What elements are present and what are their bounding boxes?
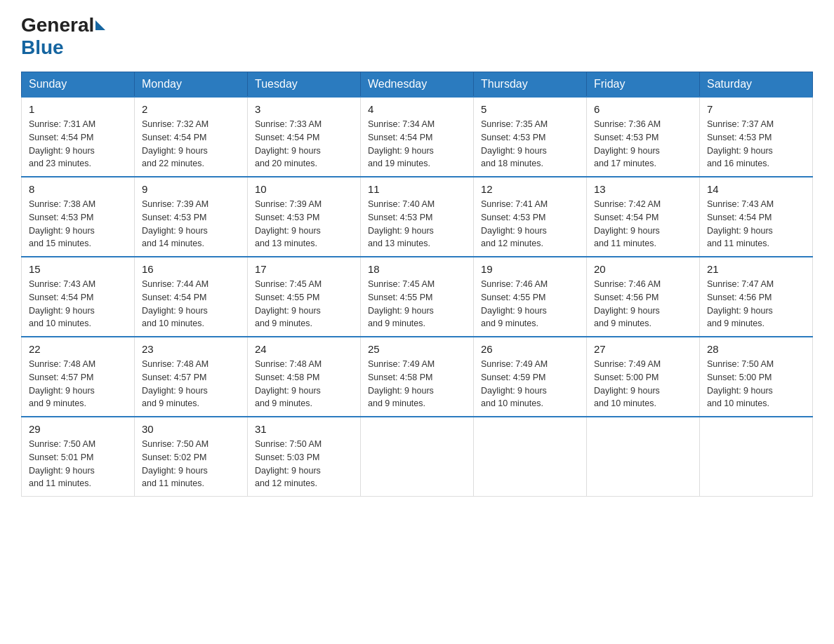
weekday-header-wednesday: Wednesday (361, 72, 474, 98)
calendar-week-row: 29Sunrise: 7:50 AMSunset: 5:01 PMDayligh… (22, 417, 813, 497)
day-sun-info: Sunrise: 7:39 AMSunset: 4:53 PMDaylight:… (142, 198, 240, 250)
day-sun-info: Sunrise: 7:46 AMSunset: 4:55 PMDaylight:… (481, 278, 579, 330)
day-sun-info: Sunrise: 7:40 AMSunset: 4:53 PMDaylight:… (368, 198, 466, 250)
day-sun-info: Sunrise: 7:45 AMSunset: 4:55 PMDaylight:… (368, 278, 466, 330)
weekday-header-monday: Monday (135, 72, 248, 98)
calendar-week-row: 1Sunrise: 7:31 AMSunset: 4:54 PMDaylight… (22, 97, 813, 177)
calendar-day-cell: 31Sunrise: 7:50 AMSunset: 5:03 PMDayligh… (248, 417, 361, 497)
day-number: 21 (707, 263, 805, 275)
calendar-header: SundayMondayTuesdayWednesdayThursdayFrid… (22, 72, 813, 98)
calendar-day-cell: 4Sunrise: 7:34 AMSunset: 4:54 PMDaylight… (361, 97, 474, 177)
day-sun-info: Sunrise: 7:39 AMSunset: 4:53 PMDaylight:… (255, 198, 353, 250)
day-sun-info: Sunrise: 7:48 AMSunset: 4:57 PMDaylight:… (142, 358, 240, 410)
calendar-day-cell: 20Sunrise: 7:46 AMSunset: 4:56 PMDayligh… (587, 257, 700, 337)
calendar-day-cell: 25Sunrise: 7:49 AMSunset: 4:58 PMDayligh… (361, 337, 474, 417)
calendar-day-cell: 8Sunrise: 7:38 AMSunset: 4:53 PMDaylight… (22, 177, 135, 257)
calendar-day-cell: 19Sunrise: 7:46 AMSunset: 4:55 PMDayligh… (474, 257, 587, 337)
day-sun-info: Sunrise: 7:34 AMSunset: 4:54 PMDaylight:… (368, 118, 466, 170)
calendar-day-cell: 2Sunrise: 7:32 AMSunset: 4:54 PMDaylight… (135, 97, 248, 177)
day-sun-info: Sunrise: 7:50 AMSunset: 5:03 PMDaylight:… (255, 438, 353, 490)
day-sun-info: Sunrise: 7:45 AMSunset: 4:55 PMDaylight:… (255, 278, 353, 330)
day-number: 7 (707, 103, 805, 115)
day-number: 2 (142, 103, 240, 115)
day-sun-info: Sunrise: 7:38 AMSunset: 4:53 PMDaylight:… (29, 198, 127, 250)
day-number: 5 (481, 103, 579, 115)
calendar-day-cell: 27Sunrise: 7:49 AMSunset: 5:00 PMDayligh… (587, 337, 700, 417)
day-sun-info: Sunrise: 7:41 AMSunset: 4:53 PMDaylight:… (481, 198, 579, 250)
day-sun-info: Sunrise: 7:32 AMSunset: 4:54 PMDaylight:… (142, 118, 240, 170)
day-number: 24 (255, 343, 353, 355)
day-number: 3 (255, 103, 353, 115)
calendar-day-cell: 13Sunrise: 7:42 AMSunset: 4:54 PMDayligh… (587, 177, 700, 257)
calendar-day-cell (587, 417, 700, 497)
calendar-day-cell: 17Sunrise: 7:45 AMSunset: 4:55 PMDayligh… (248, 257, 361, 337)
day-sun-info: Sunrise: 7:49 AMSunset: 4:59 PMDaylight:… (481, 358, 579, 410)
day-number: 11 (368, 183, 466, 195)
day-number: 28 (707, 343, 805, 355)
weekday-header-row: SundayMondayTuesdayWednesdayThursdayFrid… (22, 72, 813, 98)
calendar-day-cell: 23Sunrise: 7:48 AMSunset: 4:57 PMDayligh… (135, 337, 248, 417)
calendar-day-cell: 7Sunrise: 7:37 AMSunset: 4:53 PMDaylight… (700, 97, 813, 177)
day-sun-info: Sunrise: 7:42 AMSunset: 4:54 PMDaylight:… (594, 198, 692, 250)
day-sun-info: Sunrise: 7:43 AMSunset: 4:54 PMDaylight:… (29, 278, 127, 330)
day-number: 14 (707, 183, 805, 195)
calendar-day-cell: 6Sunrise: 7:36 AMSunset: 4:53 PMDaylight… (587, 97, 700, 177)
day-number: 22 (29, 343, 127, 355)
day-number: 12 (481, 183, 579, 195)
day-sun-info: Sunrise: 7:50 AMSunset: 5:01 PMDaylight:… (29, 438, 127, 490)
day-number: 18 (368, 263, 466, 275)
day-number: 13 (594, 183, 692, 195)
day-number: 17 (255, 263, 353, 275)
calendar-day-cell: 18Sunrise: 7:45 AMSunset: 4:55 PMDayligh… (361, 257, 474, 337)
calendar-day-cell: 26Sunrise: 7:49 AMSunset: 4:59 PMDayligh… (474, 337, 587, 417)
day-number: 1 (29, 103, 127, 115)
calendar-day-cell: 12Sunrise: 7:41 AMSunset: 4:53 PMDayligh… (474, 177, 587, 257)
calendar-day-cell (700, 417, 813, 497)
calendar-day-cell: 28Sunrise: 7:50 AMSunset: 5:00 PMDayligh… (700, 337, 813, 417)
calendar-week-row: 15Sunrise: 7:43 AMSunset: 4:54 PMDayligh… (22, 257, 813, 337)
calendar-day-cell: 30Sunrise: 7:50 AMSunset: 5:02 PMDayligh… (135, 417, 248, 497)
calendar-day-cell (474, 417, 587, 497)
calendar-day-cell: 1Sunrise: 7:31 AMSunset: 4:54 PMDaylight… (22, 97, 135, 177)
logo-arrow-icon (95, 20, 105, 30)
day-sun-info: Sunrise: 7:37 AMSunset: 4:53 PMDaylight:… (707, 118, 805, 170)
calendar-body: 1Sunrise: 7:31 AMSunset: 4:54 PMDaylight… (22, 97, 813, 497)
day-sun-info: Sunrise: 7:35 AMSunset: 4:53 PMDaylight:… (481, 118, 579, 170)
weekday-header-sunday: Sunday (22, 72, 135, 98)
day-sun-info: Sunrise: 7:49 AMSunset: 4:58 PMDaylight:… (368, 358, 466, 410)
day-sun-info: Sunrise: 7:49 AMSunset: 5:00 PMDaylight:… (594, 358, 692, 410)
day-number: 30 (142, 423, 240, 435)
day-sun-info: Sunrise: 7:36 AMSunset: 4:53 PMDaylight:… (594, 118, 692, 170)
calendar-day-cell: 21Sunrise: 7:47 AMSunset: 4:56 PMDayligh… (700, 257, 813, 337)
calendar-day-cell: 24Sunrise: 7:48 AMSunset: 4:58 PMDayligh… (248, 337, 361, 417)
calendar-day-cell: 29Sunrise: 7:50 AMSunset: 5:01 PMDayligh… (22, 417, 135, 497)
day-sun-info: Sunrise: 7:50 AMSunset: 5:02 PMDaylight:… (142, 438, 240, 490)
day-number: 26 (481, 343, 579, 355)
day-number: 19 (481, 263, 579, 275)
weekday-header-friday: Friday (587, 72, 700, 98)
day-number: 10 (255, 183, 353, 195)
day-sun-info: Sunrise: 7:44 AMSunset: 4:54 PMDaylight:… (142, 278, 240, 330)
day-sun-info: Sunrise: 7:43 AMSunset: 4:54 PMDaylight:… (707, 198, 805, 250)
logo-blue-text: Blue (21, 36, 64, 58)
day-sun-info: Sunrise: 7:33 AMSunset: 4:54 PMDaylight:… (255, 118, 353, 170)
page-header: General Blue (21, 14, 813, 59)
day-number: 25 (368, 343, 466, 355)
day-number: 16 (142, 263, 240, 275)
day-sun-info: Sunrise: 7:50 AMSunset: 5:00 PMDaylight:… (707, 358, 805, 410)
calendar-day-cell: 10Sunrise: 7:39 AMSunset: 4:53 PMDayligh… (248, 177, 361, 257)
logo-general-text: General (21, 14, 94, 36)
day-number: 20 (594, 263, 692, 275)
day-number: 4 (368, 103, 466, 115)
calendar-day-cell: 15Sunrise: 7:43 AMSunset: 4:54 PMDayligh… (22, 257, 135, 337)
calendar-day-cell: 11Sunrise: 7:40 AMSunset: 4:53 PMDayligh… (361, 177, 474, 257)
day-number: 31 (255, 423, 353, 435)
weekday-header-tuesday: Tuesday (248, 72, 361, 98)
calendar-day-cell: 3Sunrise: 7:33 AMSunset: 4:54 PMDaylight… (248, 97, 361, 177)
calendar-table: SundayMondayTuesdayWednesdayThursdayFrid… (21, 72, 813, 497)
day-number: 23 (142, 343, 240, 355)
weekday-header-saturday: Saturday (700, 72, 813, 98)
weekday-header-thursday: Thursday (474, 72, 587, 98)
calendar-day-cell (361, 417, 474, 497)
day-sun-info: Sunrise: 7:31 AMSunset: 4:54 PMDaylight:… (29, 118, 127, 170)
